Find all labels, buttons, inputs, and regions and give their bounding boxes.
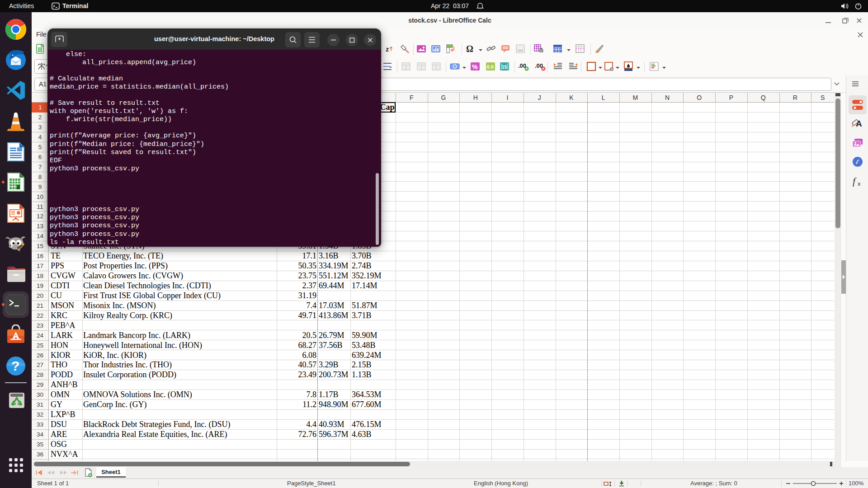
svg-text:0.0: 0.0 xyxy=(487,64,494,70)
svg-text:z: z xyxy=(386,45,389,53)
svg-text:x: x xyxy=(858,180,861,187)
svg-text:f: f xyxy=(853,175,857,187)
svg-text:Ω: Ω xyxy=(466,44,473,54)
svg-text:15: 15 xyxy=(502,64,507,70)
svg-text:?: ? xyxy=(11,358,19,373)
svg-text:%: % xyxy=(472,63,478,70)
